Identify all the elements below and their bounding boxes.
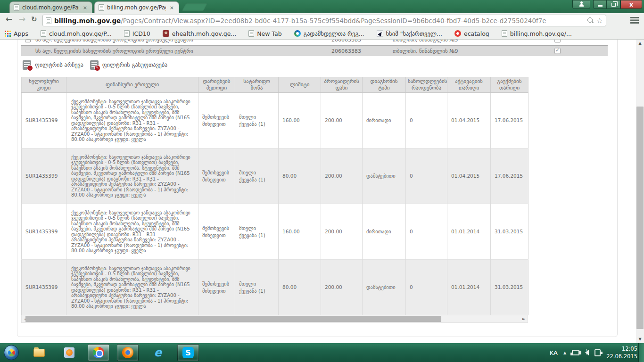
table-row[interactable]: SUR1435399 ქვეკომპონენტი: საყოველთაო ჯან…	[22, 148, 528, 204]
scroll-right-icon[interactable]: ►	[520, 315, 528, 322]
collapse-row-icon[interactable]	[25, 40, 31, 42]
bookmark-star-icon[interactable]: ☆	[596, 17, 603, 25]
bookmark-item[interactable]: Apps	[5, 30, 28, 37]
cell-bed-days: 0	[406, 204, 447, 260]
bookmark-label: Apps	[14, 30, 28, 37]
back-button[interactable]: ←	[6, 14, 12, 24]
chrome-menu-icon[interactable]	[630, 16, 639, 24]
cell-bed-days: 0	[406, 260, 447, 315]
table-row[interactable]: SUR1435399 ქვეკომპონენტი: საყოველთაო ჯან…	[22, 204, 528, 260]
bookmarks-bar: Apps cloud.moh.gov.ge/P... ICD10 ehealth…	[0, 28, 644, 40]
power-icon[interactable]	[594, 349, 601, 356]
bookmark-item[interactable]: გადამხდელთა რეგ...	[294, 30, 364, 37]
bookmark-item[interactable]: ნსიმ "საქართველ...	[377, 30, 442, 37]
column-header[interactable]: აქტივაციის თარიღი	[447, 77, 491, 93]
hidden-icons-chevron[interactable]: ▲	[563, 351, 566, 355]
bookmark-item[interactable]: ecatalog	[454, 30, 489, 37]
media-player-taskbar-button[interactable]	[58, 344, 80, 361]
explorer-taskbar-button[interactable]	[28, 344, 50, 361]
minimize-icon	[598, 5, 603, 7]
filter-button[interactable]: ფილტრის არჩევა	[23, 60, 83, 70]
scroll-up-icon[interactable]: ▲	[636, 40, 644, 47]
cell-financial-unit: ქვეკომპონენტი: საყოველთაო ჯანდაცვა ასაკო…	[66, 204, 198, 260]
cell-financial-unit: ქვეკომპონენტი: საყოველთაო ჯანდაცვა ასაკო…	[66, 260, 198, 315]
clock-time: 12:05	[606, 345, 637, 353]
table-row[interactable]: SUR1435399 ქვეკომპონენტი: საყოველთაო ჯან…	[22, 93, 528, 148]
cell-provider-price: 200.00	[321, 93, 363, 148]
cell-zone: მთელი ქვეყანა (1)	[235, 260, 279, 315]
chrome-taskbar-button[interactable]	[88, 344, 109, 361]
tab-close-icon[interactable]: ×	[82, 5, 88, 11]
apps-grid-icon	[5, 31, 11, 37]
page-icon	[14, 4, 19, 11]
bookmark-item[interactable]: ICD10	[124, 30, 150, 37]
language-indicator[interactable]: KA	[550, 349, 558, 356]
page-icon	[248, 30, 254, 37]
address-bar[interactable]: billing.moh.gov.ge/Pages/Contract/View.a…	[42, 15, 606, 26]
browser-tab[interactable]: cloud.moh.gov.ge/Pages/ ×	[9, 1, 92, 13]
column-header[interactable]: პროვაიდერის ფასი	[321, 77, 363, 93]
bookmark-item[interactable]: cloud.moh.gov.ge/P...	[41, 30, 112, 37]
url-text[interactable]: billing.moh.gov.ge/Pages/Contract/View.a…	[54, 17, 585, 25]
cell-diagnosis-type: ძირითადი	[363, 93, 406, 148]
reload-button[interactable]: ↻	[31, 15, 37, 24]
row-checkbox[interactable]	[554, 40, 561, 43]
filter-button-label: ფილტრის გასუფთავება	[102, 62, 167, 68]
taskbar: e S KA ▲ 12:05 22.06.2015	[0, 343, 644, 362]
maximize-button[interactable]	[607, 0, 620, 9]
media-player-icon	[64, 347, 74, 358]
clock-date: 22.06.2015	[606, 353, 637, 360]
scroll-down-icon[interactable]: ▼	[636, 336, 644, 343]
forward-button[interactable]: →	[19, 14, 25, 24]
organization-row-selected[interactable]: სს ალ. წულუკიძის სახელობის უროლოგიის ერო…	[21, 46, 608, 56]
close-button[interactable]: x	[620, 0, 642, 9]
tab-close-icon[interactable]: ×	[169, 5, 175, 11]
organization-row[interactable]: სს ალ. წულუკიძის სახელობის უროლოგიის ერო…	[21, 40, 608, 46]
bookmark-item[interactable]: New Tab	[248, 30, 281, 37]
bookmark-label: ICD10	[132, 30, 150, 37]
column-header[interactable]: ხელოვნური კოდი	[22, 77, 66, 93]
column-header[interactable]: ფინანსური ერთეული	[66, 77, 198, 93]
show-desktop-button[interactable]	[638, 343, 644, 362]
column-header[interactable]: სატარიფო ზონა	[235, 77, 279, 93]
column-header[interactable]: გაუქმების თარიღი	[491, 77, 528, 93]
cell-diagnosis-type: დამატებითი	[363, 148, 406, 204]
filter-button[interactable]: ფილტრის გასუფთავება	[90, 60, 167, 70]
column-header[interactable]: დარიცხვის მეთოდი	[198, 77, 235, 93]
bookmark-item[interactable]: ehealth.moh.gov.ge...	[163, 30, 236, 37]
cell-provider-price: 200.00	[321, 148, 363, 204]
profile-button[interactable]	[572, 0, 590, 9]
start-button[interactable]	[4, 345, 19, 360]
skype-icon: S	[182, 347, 194, 358]
tab-title: billing.moh.gov.ge/Pages/	[107, 4, 166, 11]
contract-grid: ხელოვნური კოდიფინანსური ერთეულიდარიცხვის…	[21, 77, 528, 315]
vertical-scrollbar-thumb[interactable]	[636, 107, 644, 329]
row-checkbox-checked[interactable]	[554, 48, 561, 54]
volume-icon[interactable]	[585, 350, 589, 355]
organization-address: თბილისი, წინანდლის №9	[393, 48, 458, 54]
swirl-favicon	[294, 30, 301, 37]
horizontal-scrollbar-thumb[interactable]	[25, 316, 441, 322]
internet-explorer-taskbar-button[interactable]: e	[147, 344, 169, 361]
tab-list: cloud.moh.gov.ge/Pages/ × billing.moh.go…	[0, 0, 644, 13]
network-icon[interactable]	[572, 350, 579, 355]
bookmark-label: New Tab	[257, 30, 281, 37]
vertical-scrollbar[interactable]: ▲ ▼	[636, 40, 644, 343]
cell-cancel-date: 31.03.2015	[491, 204, 528, 260]
cell-activation-date: 01.01.2014	[447, 204, 491, 260]
cell-activation-date: 01.04.2015	[447, 148, 491, 204]
firefox-taskbar-button[interactable]	[117, 344, 139, 361]
browser-tab[interactable]: billing.moh.gov.ge/Pages/ ×	[94, 1, 179, 13]
bookmark-item[interactable]: billing.moh.gov.ge/...	[502, 30, 572, 37]
minimize-button[interactable]	[593, 0, 607, 9]
internet-explorer-icon: e	[154, 346, 162, 359]
zoom-indicator-icon[interactable]	[587, 17, 594, 24]
column-header[interactable]: ლიმიტი	[279, 77, 321, 93]
table-row[interactable]: SUR1435399 ქვეკომპონენტი: საყოველთაო ჯან…	[22, 260, 528, 315]
new-tab-button[interactable]	[182, 3, 208, 11]
column-header[interactable]: საწოლდღეების რაოდენობა	[406, 77, 447, 93]
column-header[interactable]: დიაგნოზის ტიპი	[363, 77, 406, 93]
horizontal-scrollbar[interactable]: ◄ ►	[21, 315, 528, 323]
clock[interactable]: 12:05 22.06.2015	[606, 345, 637, 360]
skype-taskbar-button[interactable]: S	[177, 344, 199, 361]
